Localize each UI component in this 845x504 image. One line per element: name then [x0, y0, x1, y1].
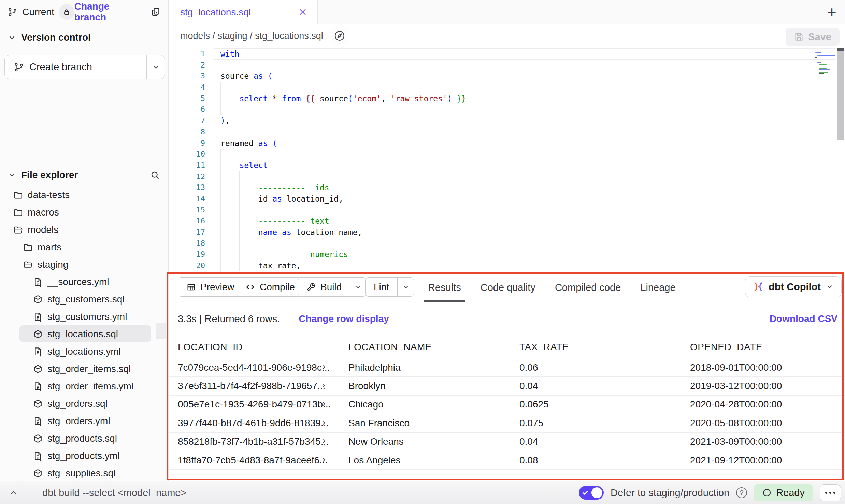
model-icon — [33, 399, 43, 409]
minimap-line — [815, 63, 835, 64]
panel-tabs: ResultsCode qualityCompiled codeLineage — [428, 273, 676, 302]
folder-icon — [23, 242, 33, 252]
file-tree-item-stg-customers-sql[interactable]: stg_customers.sql — [0, 291, 168, 308]
line-number: 8 — [169, 127, 209, 138]
download-csv-link[interactable]: Download CSV — [770, 313, 837, 324]
cell-location-name: New Orleans — [348, 436, 519, 447]
panel-tab-compiled-code[interactable]: Compiled code — [555, 273, 621, 302]
file-tree-item-stg-products-yml[interactable]: stg_products.yml — [0, 447, 168, 464]
preview-button[interactable]: Preview — [178, 277, 243, 297]
minimap-line — [819, 73, 824, 74]
minimap-line — [815, 57, 817, 58]
line-number: 5 — [169, 93, 209, 104]
lineage-compass-button[interactable] — [330, 26, 349, 45]
file-tree-item-macros[interactable]: macros — [0, 204, 168, 221]
line-number: 14 — [169, 193, 209, 205]
change-row-display-link[interactable]: Change row display — [299, 313, 389, 324]
create-branch-dropdown[interactable] — [146, 55, 165, 79]
file-name: stg_orders.yml — [47, 416, 110, 427]
search-icon[interactable] — [150, 170, 160, 180]
defer-toggle[interactable] — [579, 486, 604, 500]
lint-dropdown[interactable] — [397, 278, 414, 296]
file-tree-item-data-tests[interactable]: data-tests — [0, 186, 168, 204]
new-tab-button[interactable]: + — [819, 0, 845, 24]
status-circle-icon — [762, 488, 772, 498]
collapse-command-bar-button[interactable] — [6, 486, 21, 500]
command-input[interactable]: dbt build --select <model_name> — [42, 481, 186, 504]
panel-tab-lineage[interactable]: Lineage — [640, 273, 675, 302]
ready-status-button[interactable]: Ready — [754, 484, 813, 501]
tabstrip-divider — [815, 0, 815, 24]
compass-icon — [334, 30, 345, 42]
expand-row-icon[interactable] — [320, 456, 327, 463]
build-button[interactable]: Build — [298, 277, 367, 297]
line-number: 13 — [169, 182, 209, 193]
file-tree-item-stg-orders-yml[interactable]: stg_orders.yml — [0, 412, 168, 430]
file-tree-item-stg-products-sql[interactable]: stg_products.sql — [0, 430, 168, 447]
file-tree-item-models[interactable]: models — [0, 221, 168, 238]
code-line — [220, 127, 466, 138]
version-control-header[interactable]: Version control — [0, 29, 168, 46]
panel-tab-code-quality[interactable]: Code quality — [481, 273, 535, 302]
file-tree-item-stg-orders-sql[interactable]: stg_orders.sql — [0, 395, 168, 412]
table-row: 3977f440-b87d-461b-9dd6-81839...San Fran… — [169, 414, 845, 432]
panel-tab-results[interactable]: Results — [428, 273, 461, 302]
code-editor[interactable]: 1234567891011121314151617181920 withsour… — [169, 48, 845, 273]
file-tree-item-stg-customers-yml[interactable]: stg_customers.yml — [0, 308, 168, 325]
build-dropdown[interactable] — [350, 278, 366, 296]
wrench-icon — [306, 282, 316, 292]
toggle-knob — [591, 487, 602, 498]
file-tree-item-stg-supplies-sql[interactable]: stg_supplies.sql — [0, 464, 168, 481]
copy-icon[interactable] — [151, 7, 161, 17]
doc-icon — [33, 416, 43, 426]
scrollbar-track[interactable] — [837, 49, 844, 140]
file-tree-item-stg-locations-yml[interactable]: stg_locations.yml — [0, 343, 168, 360]
file-name: stg_customers.yml — [47, 311, 127, 322]
code-line — [220, 149, 466, 160]
file-tree-item-marts[interactable]: marts — [0, 238, 168, 256]
expand-row-icon[interactable] — [320, 364, 327, 370]
cell-tax-rate: 0.04 — [519, 381, 690, 391]
line-number: 7 — [169, 115, 209, 127]
code-line: tax_rate, — [220, 260, 466, 271]
code-line: ---------- text — [220, 216, 466, 227]
doc-icon — [33, 381, 43, 391]
tab-stg-locations-sql[interactable]: stg_locations.sql ✕ — [169, 0, 318, 24]
file-explorer-title: File explorer — [21, 169, 78, 180]
compile-button[interactable]: Compile — [237, 277, 303, 297]
file-name: staging — [38, 259, 68, 270]
scrollbar-thumb[interactable] — [837, 48, 844, 51]
expand-row-icon[interactable] — [320, 438, 327, 445]
file-tree-item--sources-yml[interactable]: __sources.yml — [0, 273, 168, 291]
sidebar-resize-handle[interactable] — [156, 323, 166, 339]
expand-row-icon[interactable] — [320, 401, 327, 407]
save-button[interactable]: Save — [786, 28, 840, 46]
expand-row-icon[interactable] — [320, 382, 327, 389]
more-options-button[interactable] — [820, 484, 841, 501]
lint-button[interactable]: Lint — [365, 277, 414, 297]
model-icon — [33, 468, 43, 478]
dbt-copilot-button[interactable]: dbt Copilot — [745, 276, 842, 297]
file-tree-item-stg-order-items-sql[interactable]: stg_order_items.sql — [0, 360, 168, 377]
preview-label: Preview — [200, 282, 234, 293]
git-branch-icon — [14, 62, 24, 72]
change-branch-link[interactable]: Change branch — [74, 1, 142, 23]
line-number: 9 — [169, 138, 209, 149]
close-icon[interactable]: ✕ — [299, 7, 307, 17]
file-tree-item-staging[interactable]: staging — [0, 256, 168, 273]
create-branch-button[interactable]: Create branch — [4, 55, 165, 79]
expand-row-icon[interactable] — [320, 419, 327, 426]
query-stats: 3.3s | Returned 6 rows. — [178, 313, 280, 325]
file-name: stg_locations.yml — [47, 346, 121, 357]
help-icon[interactable]: ? — [736, 487, 747, 498]
minimap-line — [815, 54, 835, 54]
panel-header: Preview Compile Build — [169, 273, 845, 302]
file-explorer-header[interactable]: File explorer — [0, 164, 168, 181]
chevron-down-icon — [402, 283, 410, 291]
file-tree-item-stg-order-items-yml[interactable]: stg_order_items.yml — [0, 377, 168, 395]
file-tree-item-stg-locations-sql[interactable]: stg_locations.sql — [0, 325, 168, 343]
results-table-header: LOCATION_IDLOCATION_NAMETAX_RATEOPENED_D… — [169, 336, 845, 358]
cell-tax-rate: 0.04 — [519, 436, 690, 447]
cell-opened-date: 2018-09-01T00:00:00 — [690, 362, 845, 373]
minimap[interactable] — [815, 50, 835, 74]
